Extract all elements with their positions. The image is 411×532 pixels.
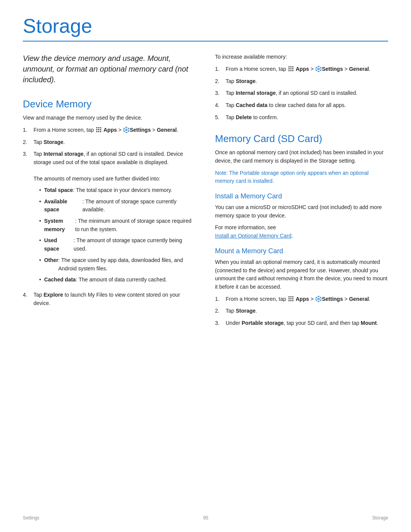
- svg-rect-6: [96, 131, 97, 132]
- svg-rect-21: [288, 298, 290, 299]
- inc-step-2: 2. Tap Storage.: [215, 77, 388, 86]
- mount-step-2: 2. Tap Storage.: [215, 307, 388, 315]
- install-link-text: For more information, see Install an Opt…: [215, 224, 388, 240]
- inc-step-4-content: Tap Cached data to clear cached data for…: [226, 101, 388, 110]
- mount-memory-card-heading: Mount a Memory Card: [215, 247, 388, 255]
- step-3-content: Tap Internal storage, if an optional SD …: [33, 150, 196, 287]
- footer-right: Storage: [372, 515, 388, 521]
- memory-card-description: Once an optional memory card (not includ…: [215, 149, 388, 165]
- bullet-system-memory: System memory: The minimum amount of sto…: [39, 217, 196, 233]
- mount-step-1-num: 1.: [215, 295, 226, 304]
- inc-step-4-num: 4.: [215, 101, 226, 110]
- footer-left: Settings: [23, 515, 39, 521]
- install-description: You can use a microSD or microSDHC card …: [215, 203, 388, 220]
- settings-icon: [123, 127, 129, 133]
- step-4-num: 4.: [23, 291, 33, 307]
- mount-step-3-num: 3.: [215, 319, 226, 328]
- step-2: 2. Tap Storage.: [23, 138, 196, 147]
- increase-memory-steps: 1. From a Home screen, tap Apps >: [215, 65, 388, 121]
- bullet-available-space: Available space: The amount of storage s…: [39, 198, 196, 214]
- memory-card-heading: Memory Card (SD Card): [215, 133, 388, 145]
- step-2-num: 2.: [23, 138, 33, 147]
- two-col-layout: View the device memory and usage. Mount,…: [23, 53, 388, 332]
- mount-step-3: 3. Under Portable storage, tap your SD c…: [215, 319, 388, 328]
- increase-memory-heading: To increase available memory:: [215, 53, 388, 61]
- inc-step-5-num: 5.: [215, 113, 226, 122]
- inc-step-5-content: Tap Delete to confirm.: [226, 113, 388, 122]
- svg-rect-19: [290, 296, 292, 297]
- bullet-cached-data: Cached data: The amount of data currentl…: [39, 276, 196, 284]
- bullet-list: Total space: The total space in your dev…: [39, 186, 196, 284]
- apps-icon-2: [288, 66, 294, 72]
- step-4: 4. Tap Explore to launch My Files to vie…: [23, 291, 196, 307]
- mount-step-3-content: Under Portable storage, tap your SD card…: [226, 319, 388, 328]
- bullet-total-space: Total space: The total space in your dev…: [39, 186, 196, 195]
- svg-rect-12: [288, 68, 290, 69]
- install-link[interactable]: Install an Optional Memory Card: [215, 233, 292, 239]
- step-1-num: 1.: [23, 126, 33, 134]
- install-memory-card-heading: Install a Memory Card: [215, 192, 388, 200]
- mount-step-2-content: Tap Storage.: [226, 307, 388, 315]
- memory-card-note: Note: The Portable storage option only a…: [215, 169, 388, 185]
- svg-rect-18: [288, 296, 290, 297]
- page-container: Storage View the device memory and usage…: [0, 0, 411, 532]
- mount-steps: 1. From a Home screen, tap Apps >: [215, 295, 388, 328]
- svg-rect-20: [292, 296, 293, 297]
- footer-center: 95: [203, 515, 208, 521]
- inc-step-1: 1. From a Home screen, tap Apps >: [215, 65, 388, 73]
- svg-rect-3: [96, 129, 97, 130]
- inc-step-2-content: Tap Storage.: [226, 77, 388, 86]
- apps-icon: [96, 127, 102, 133]
- mount-step-2-num: 2.: [215, 307, 226, 315]
- svg-rect-11: [292, 66, 293, 67]
- svg-rect-4: [98, 129, 99, 130]
- page-title: Storage: [23, 15, 388, 37]
- device-memory-description: View and manage the memory used by the d…: [23, 114, 196, 122]
- mount-step-1-content: From a Home screen, tap Apps >: [226, 295, 388, 304]
- left-column: View the device memory and usage. Mount,…: [23, 53, 196, 332]
- svg-rect-10: [290, 66, 292, 67]
- title-divider: [23, 41, 388, 42]
- svg-rect-13: [290, 68, 292, 69]
- mount-step-1: 1. From a Home screen, tap Apps >: [215, 295, 388, 304]
- svg-rect-22: [290, 298, 292, 299]
- svg-rect-5: [100, 129, 101, 130]
- inc-step-5: 5. Tap Delete to confirm.: [215, 113, 388, 122]
- step-1-content: From a Home screen, tap Apps >: [33, 126, 196, 134]
- device-memory-heading: Device Memory: [23, 98, 196, 110]
- mount-description: When you install an optional memory card…: [215, 258, 388, 291]
- settings-icon-3: [315, 296, 322, 302]
- step-4-content: Tap Explore to launch My Files to view c…: [33, 291, 196, 307]
- right-column: To increase available memory: 1. From a …: [215, 53, 388, 332]
- svg-rect-7: [98, 131, 99, 132]
- inc-step-4: 4. Tap Cached data to clear cached data …: [215, 101, 388, 110]
- svg-rect-8: [100, 131, 101, 132]
- svg-rect-25: [290, 300, 292, 301]
- svg-rect-26: [292, 300, 293, 301]
- svg-rect-9: [288, 66, 290, 67]
- svg-rect-2: [100, 127, 101, 128]
- inc-step-2-num: 2.: [215, 77, 226, 86]
- bullet-used-space: Used space: The amount of storage space …: [39, 236, 196, 253]
- svg-rect-24: [288, 300, 290, 301]
- device-memory-steps: 1. From a Home screen, tap Apps >: [23, 126, 196, 307]
- general-label: General: [157, 127, 177, 133]
- inc-step-1-num: 1.: [215, 65, 226, 73]
- settings-icon-2: [315, 66, 322, 72]
- svg-rect-23: [292, 298, 293, 299]
- svg-rect-16: [290, 70, 292, 71]
- svg-rect-1: [98, 127, 99, 128]
- step-3-num: 3.: [23, 150, 33, 287]
- step-1: 1. From a Home screen, tap Apps >: [23, 126, 196, 134]
- svg-rect-0: [96, 127, 97, 128]
- apps-label: Apps: [102, 127, 117, 133]
- intro-text: View the device memory and usage. Mount,…: [23, 53, 196, 85]
- apps-icon-3: [288, 296, 294, 302]
- inc-step-3-content: Tap Internal storage, if an optional SD …: [226, 89, 388, 97]
- inc-step-1-content: From a Home screen, tap Apps >: [226, 65, 388, 73]
- settings-label: Settings: [130, 127, 151, 133]
- svg-rect-15: [288, 70, 290, 71]
- svg-rect-14: [292, 68, 293, 69]
- inc-step-3-num: 3.: [215, 89, 226, 97]
- bullet-other: Other: The space used by app data, downl…: [39, 256, 196, 273]
